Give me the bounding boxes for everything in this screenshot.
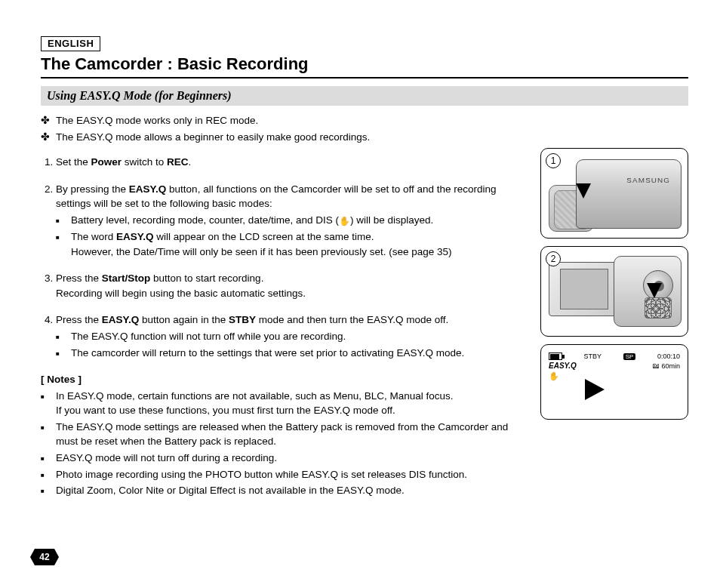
page-number: 42 — [39, 552, 49, 562]
figure-number-badge: 1 — [546, 153, 561, 168]
figure-1: 1 SAMSUNG — [540, 148, 688, 239]
text: will appear on the LCD screen at the sam… — [154, 231, 374, 242]
text: Set the — [56, 156, 91, 168]
lcd-screen-illustration — [549, 262, 617, 316]
osd-stby-label: STBY — [584, 352, 602, 360]
arrow-down-icon — [576, 183, 591, 199]
figure-number-badge: 2 — [546, 251, 561, 266]
text: . — [189, 156, 192, 168]
text: The word — [71, 231, 116, 242]
hand-icon: ✋ — [339, 215, 350, 228]
text-bold: REC — [167, 156, 189, 168]
camcorder-body-illustration: SAMSUNG — [576, 159, 682, 229]
body-text-column: The EASY.Q mode works only in REC mode. … — [41, 113, 524, 500]
figure-osd: STBY SP 0:00:10 EASY.Q 🖭 60min ✋ — [540, 344, 688, 420]
notes-heading: [ Notes ] — [41, 372, 524, 387]
language-label: ENGLISH — [41, 36, 100, 51]
text: button again in the — [139, 314, 229, 325]
osd-easyq-label: EASY.Q — [549, 362, 577, 370]
note-item: In EASY.Q mode, certain functions are no… — [56, 389, 524, 418]
intro-bullets: The EASY.Q mode works only in REC mode. … — [41, 113, 524, 144]
osd-counter: 0:00:10 — [657, 352, 680, 360]
text: Press the — [56, 272, 102, 284]
section-subheading: Using EASY.Q Mode (for Beginners) — [41, 86, 688, 106]
text-bold: EASY.Q — [102, 314, 140, 325]
text-bold: Start/Stop — [102, 272, 151, 284]
battery-icon — [549, 352, 562, 360]
text: Press the — [56, 314, 102, 325]
text: button to start recording. — [150, 272, 263, 284]
brand-label: SAMSUNG — [627, 177, 671, 184]
step-2-sub: The word EASY.Q will appear on the LCD s… — [71, 229, 524, 259]
intro-bullet: The EASY.Q mode allows a beginner to eas… — [56, 130, 524, 145]
arrow-down-icon — [647, 283, 662, 298]
step-4-sub: The camcorder will return to the setting… — [71, 346, 524, 361]
text: Recording will begin using the basic aut… — [56, 288, 306, 299]
arrow-right-icon — [585, 379, 605, 400]
text: mode and then turn the EASY.Q mode off. — [256, 314, 448, 325]
osd-remaining: 60min — [661, 362, 680, 370]
note-item: The EASY.Q mode settings are released wh… — [56, 420, 524, 449]
step-2-sub: Battery level, recording mode, counter, … — [71, 213, 524, 228]
text: ) will be displayed. — [350, 214, 433, 226]
step-4: Press the EASY.Q button again in the STB… — [56, 312, 524, 360]
step-3: Press the Start/Stop button to start rec… — [56, 271, 524, 300]
text: However, the Date/Time will only be seen… — [71, 246, 452, 257]
hand-icon: ✋ — [549, 371, 680, 381]
text: By pressing the — [56, 183, 129, 195]
page-number-badge: 42 — [30, 549, 59, 565]
text: Battery level, recording mode, counter, … — [71, 214, 339, 226]
note-item: Photo image recording using the PHOTO bu… — [56, 467, 524, 482]
figure-column: 1 SAMSUNG 2 STBY SP 0:00:10 — [540, 113, 688, 500]
text-bold: EASY.Q — [116, 231, 154, 242]
tape-icon: 🖭 — [652, 362, 660, 370]
text: switch to — [122, 156, 167, 168]
osd-sp-badge: SP — [623, 353, 636, 360]
note-item: Digital Zoom, Color Nite or Digital Effe… — [56, 483, 524, 498]
notes-list: In EASY.Q mode, certain functions are no… — [41, 389, 524, 498]
note-item: EASY.Q mode will not turn off during a r… — [56, 451, 524, 466]
text-bold: EASY.Q — [129, 183, 167, 195]
instruction-steps: Set the Power switch to REC. By pressing… — [41, 155, 524, 360]
figure-2: 2 — [540, 246, 688, 337]
speaker-grille-illustration — [645, 297, 672, 319]
step-1: Set the Power switch to REC. — [56, 155, 524, 170]
text-bold: Power — [91, 156, 122, 168]
page-title: The Camcorder : Basic Recording — [41, 54, 688, 79]
intro-bullet: The EASY.Q mode works only in REC mode. — [56, 113, 524, 128]
step-4-sub: The EASY.Q function will not turn off wh… — [71, 329, 524, 344]
text-bold: STBY — [229, 314, 256, 325]
step-2: By pressing the EASY.Q button, all funct… — [56, 182, 524, 260]
